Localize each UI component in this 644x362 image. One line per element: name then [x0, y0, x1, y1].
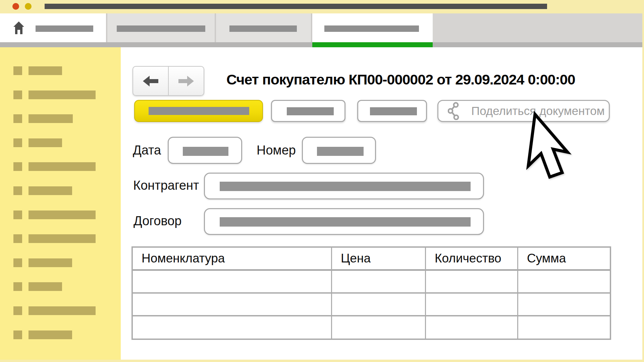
- items-table: Номенклатура Цена Количество Сумма: [131, 246, 611, 340]
- column-header-quantity: Количество: [426, 248, 518, 269]
- nav-back-button[interactable]: [133, 67, 169, 95]
- sidebar-item[interactable]: [0, 90, 121, 99]
- app-window: Счет покупателю КП00-000002 от 29.09.202…: [0, 0, 644, 362]
- sidebar-item-label-placeholder: [29, 210, 96, 219]
- sidebar-item-label-placeholder: [29, 330, 72, 339]
- sidebar-item[interactable]: [0, 258, 121, 267]
- share-document-button[interactable]: Поделиться документом: [437, 100, 610, 122]
- window-close-dot[interactable]: [12, 3, 19, 10]
- table-row: [133, 316, 610, 339]
- tab-home[interactable]: [0, 13, 106, 42]
- button-label-placeholder: [370, 107, 417, 115]
- sidebar-item-icon-placeholder: [13, 90, 22, 99]
- input-value-placeholder: [183, 147, 228, 156]
- counterparty-label: Контрагент: [133, 178, 199, 193]
- sidebar-item[interactable]: [0, 138, 121, 147]
- sidebar-item-label-placeholder: [29, 138, 62, 147]
- sidebar-item-label-placeholder: [29, 66, 62, 75]
- page-title: Счет покупателю КП00-000002 от 29.09.202…: [226, 71, 575, 88]
- secondary-button-1[interactable]: [271, 100, 345, 122]
- sidebar-item[interactable]: [0, 66, 121, 75]
- table-cell[interactable]: [426, 294, 518, 315]
- table-cell[interactable]: [518, 271, 607, 292]
- table-cell[interactable]: [133, 294, 332, 315]
- sidebar-item-icon-placeholder: [13, 162, 22, 171]
- input-value-placeholder: [220, 217, 471, 227]
- table-cell[interactable]: [332, 271, 426, 292]
- button-label-placeholder: [287, 107, 334, 115]
- column-header-sum: Сумма: [518, 248, 607, 269]
- table-cell[interactable]: [133, 316, 332, 339]
- date-input[interactable]: [168, 137, 242, 164]
- sidebar-item[interactable]: [0, 186, 121, 195]
- sidebar-item[interactable]: [0, 114, 121, 123]
- tab-2[interactable]: [107, 13, 215, 42]
- table-cell[interactable]: [518, 294, 607, 315]
- input-value-placeholder: [317, 147, 364, 156]
- sidebar-item-icon-placeholder: [13, 186, 22, 195]
- sidebar-item[interactable]: [0, 282, 121, 291]
- cursor-arrow-icon: [524, 111, 573, 182]
- counterparty-input[interactable]: [204, 173, 484, 199]
- sidebar-item-icon-placeholder: [13, 330, 22, 339]
- date-label: Дата: [133, 143, 161, 158]
- arrow-right-icon: [178, 76, 194, 86]
- sidebar-item[interactable]: [0, 306, 121, 315]
- column-header-price: Цена: [332, 248, 426, 269]
- sidebar-item-icon-placeholder: [13, 66, 22, 75]
- title-bar-placeholder: [45, 4, 547, 9]
- tab-label-placeholder: [324, 25, 419, 32]
- number-input[interactable]: [302, 137, 376, 164]
- tab-label-placeholder: [117, 25, 205, 32]
- table-row: [133, 271, 610, 294]
- sidebar-item-icon-placeholder: [13, 306, 22, 315]
- sidebar-item-icon-placeholder: [13, 234, 22, 243]
- sidebar-item-label-placeholder: [29, 90, 96, 99]
- arrow-left-icon: [143, 76, 158, 86]
- sidebar-item[interactable]: [0, 234, 121, 243]
- nav-forward-button[interactable]: [169, 67, 204, 95]
- sidebar-item-icon-placeholder: [13, 282, 22, 291]
- home-icon: [13, 21, 24, 35]
- secondary-button-2[interactable]: [357, 100, 427, 122]
- sidebar-item[interactable]: [0, 162, 121, 171]
- sidebar-item[interactable]: [0, 330, 121, 339]
- sidebar-item-label-placeholder: [29, 282, 62, 291]
- tab-bar: [0, 13, 642, 42]
- primary-action-button[interactable]: [134, 100, 263, 122]
- window-minimize-dot[interactable]: [25, 3, 32, 10]
- sidebar-item-icon-placeholder: [13, 114, 22, 123]
- column-header-nomenclature: Номенклатура: [133, 248, 332, 269]
- table-cell[interactable]: [332, 294, 426, 315]
- number-label: Номер: [257, 143, 296, 158]
- tab-active-document[interactable]: [312, 13, 433, 42]
- tab-label-placeholder: [36, 25, 93, 32]
- table-cell[interactable]: [426, 271, 518, 292]
- table-body: [133, 271, 610, 339]
- history-nav-group: [132, 66, 204, 96]
- tab-label-placeholder: [229, 25, 297, 32]
- contract-input[interactable]: [204, 208, 484, 235]
- sidebar-item-icon-placeholder: [13, 138, 22, 147]
- sidebar-item-icon-placeholder: [13, 258, 22, 267]
- sidebar-item-label-placeholder: [29, 114, 73, 123]
- sidebar-item-label-placeholder: [29, 162, 96, 171]
- sidebar-item[interactable]: [0, 210, 121, 219]
- table-header-row: Номенклатура Цена Количество Сумма: [133, 248, 610, 271]
- sidebar-item-label-placeholder: [29, 186, 72, 195]
- sidebar-item-icon-placeholder: [13, 210, 22, 219]
- sidebar-item-label-placeholder: [29, 234, 96, 243]
- sidebar-item-label-placeholder: [29, 306, 96, 315]
- active-tab-indicator: [312, 42, 433, 47]
- table-cell[interactable]: [518, 316, 607, 339]
- sidebar-item-label-placeholder: [29, 258, 72, 267]
- table-cell[interactable]: [332, 316, 426, 339]
- table-cell[interactable]: [133, 271, 332, 292]
- table-row: [133, 294, 610, 316]
- contract-label: Договор: [133, 214, 181, 228]
- table-cell[interactable]: [426, 316, 518, 339]
- button-label-placeholder: [149, 107, 249, 115]
- share-icon: [448, 102, 459, 120]
- tab-3[interactable]: [216, 13, 311, 42]
- tab-bar-filler: [433, 13, 642, 42]
